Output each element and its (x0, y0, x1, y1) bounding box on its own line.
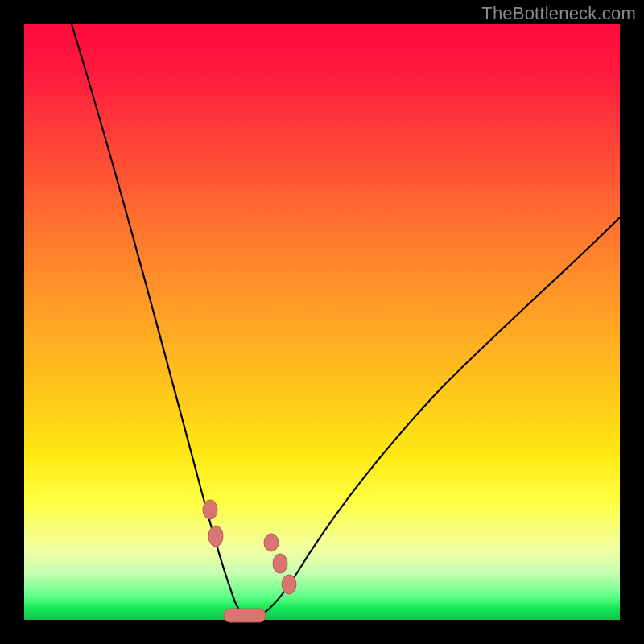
trough-bar (224, 609, 266, 622)
bead-left-lower (208, 526, 223, 547)
bead-right-c (282, 575, 296, 594)
bead-right-b (273, 554, 287, 573)
chart-svg (24, 24, 620, 620)
outer-frame: TheBottleneck.com (0, 0, 644, 644)
bead-right-a (264, 534, 279, 551)
bead-left-upper (203, 500, 217, 519)
curve-left-branch (72, 24, 250, 620)
plot-area (24, 24, 620, 620)
curve-right-branch (250, 217, 620, 620)
watermark-text: TheBottleneck.com (481, 3, 636, 24)
